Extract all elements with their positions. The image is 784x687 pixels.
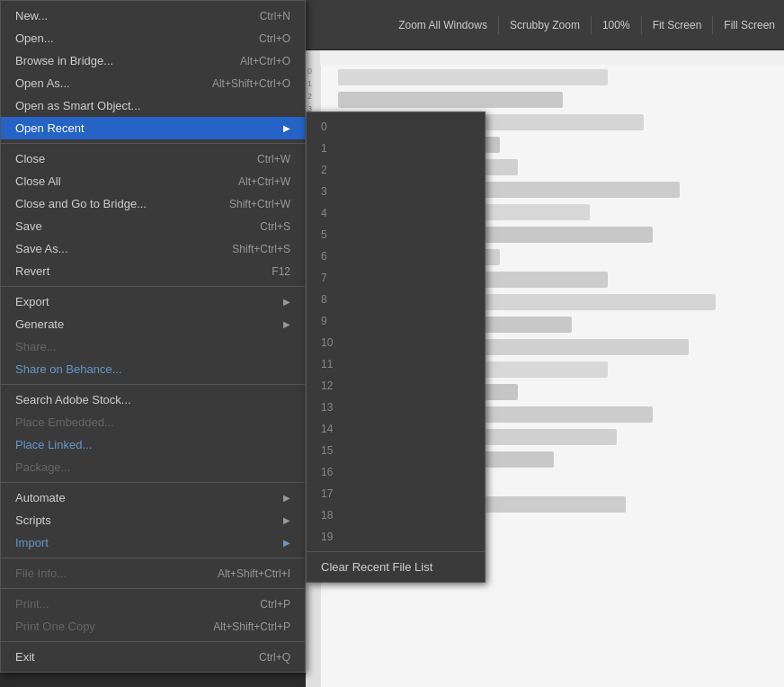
recent-item-12[interactable]: 12 (307, 375, 485, 397)
menu-item-open-smart-object[interactable]: Open as Smart Object... (1, 94, 305, 117)
menu-item-place-linked[interactable]: Place Linked... (1, 433, 305, 456)
menu-item-revert[interactable]: Revert F12 (1, 260, 305, 282)
menu-item-share[interactable]: Share... (1, 335, 305, 358)
recent-item-9[interactable]: 9 (307, 310, 485, 332)
automate-arrow-icon: ▶ (283, 493, 290, 503)
menu-separator-7 (1, 641, 305, 642)
open-recent-submenu: 0 1 2 3 4 5 6 7 (306, 112, 486, 583)
fill-screen-button[interactable]: Fill Screen (715, 15, 784, 35)
menu-item-scripts[interactable]: Scripts ▶ (1, 509, 305, 531)
menu-item-open-as[interactable]: Open As... Alt+Shift+Ctrl+O (1, 72, 305, 94)
open-recent-submenu-panel: 0 1 2 3 4 5 6 7 (306, 112, 486, 583)
open-recent-arrow-icon: ▶ (283, 123, 290, 133)
menu-item-print-one-copy[interactable]: Print One Copy Alt+Shift+Ctrl+P (1, 615, 305, 638)
recent-item-3[interactable]: 3 (307, 181, 485, 202)
export-arrow-icon: ▶ (283, 297, 290, 307)
fit-screen-button[interactable]: Fit Screen (644, 15, 711, 35)
recent-item-19[interactable]: 19 (307, 526, 485, 548)
recent-item-8[interactable]: 8 (307, 289, 485, 310)
generate-arrow-icon: ▶ (283, 319, 290, 329)
recent-item-13[interactable]: 13 (307, 397, 485, 418)
menu-item-file-info[interactable]: File Info... Alt+Shift+Ctrl+I (1, 562, 305, 584)
recent-item-17[interactable]: 17 (307, 483, 485, 504)
menu-separator-5 (1, 558, 305, 558)
zoom-all-windows-button[interactable]: Zoom All Windows (389, 15, 496, 35)
menu-item-automate[interactable]: Automate ▶ (1, 486, 305, 509)
menu-item-close-all[interactable]: Close All Alt+Ctrl+W (1, 170, 305, 192)
menu-item-share-behance[interactable]: Share on Behance... (1, 358, 305, 380)
menu-separator-1 (1, 143, 305, 144)
menu-item-open-recent[interactable]: Open Recent ▶ (1, 117, 305, 139)
menu-item-print[interactable]: Print... Ctrl+P (1, 593, 305, 615)
menu-item-place-embedded[interactable]: Place Embedded... (1, 411, 305, 433)
submenu-separator (307, 551, 485, 552)
recent-item-14[interactable]: 14 (307, 418, 485, 440)
import-arrow-icon: ▶ (283, 538, 290, 548)
scrubby-zoom-button[interactable]: Scrubby Zoom (501, 15, 589, 35)
recent-item-5[interactable]: 5 (307, 224, 485, 245)
ruler-1: 1 (307, 77, 321, 90)
menu-item-export[interactable]: Export ▶ (1, 290, 305, 313)
recent-item-4[interactable]: 4 (307, 202, 485, 224)
menu-item-save[interactable]: Save Ctrl+S (1, 215, 305, 237)
menu-item-search-stock[interactable]: Search Adobe Stock... (1, 388, 305, 411)
img-block-2 (338, 92, 563, 108)
recent-item-2[interactable]: 2 (307, 159, 485, 181)
recent-item-0[interactable]: 0 (307, 116, 485, 138)
recent-item-15[interactable]: 15 (307, 440, 485, 461)
menu-item-open[interactable]: Open... Ctrl+O (1, 27, 305, 49)
ruler-0: 0 (307, 65, 321, 77)
toolbar-separator-3 (641, 16, 642, 34)
menu-separator-6 (1, 588, 305, 589)
menu-item-close[interactable]: Close Ctrl+W (1, 147, 305, 170)
recent-item-16[interactable]: 16 (307, 461, 485, 483)
file-menu-container: New... Ctrl+N Open... Ctrl+O Browse in B… (0, 0, 306, 673)
clear-recent-button[interactable]: Clear Recent File List (307, 556, 485, 578)
menu-item-package[interactable]: Package... (1, 456, 305, 478)
toolbar-separator-4 (712, 16, 713, 34)
menu-item-close-bridge[interactable]: Close and Go to Bridge... Shift+Ctrl+W (1, 192, 305, 215)
menu-separator-2 (1, 286, 305, 287)
scripts-arrow-icon: ▶ (283, 515, 290, 525)
menu-item-exit[interactable]: Exit Ctrl+Q (1, 646, 305, 668)
toolbar-separator-2 (591, 16, 592, 34)
menu-item-new[interactable]: New... Ctrl+N (1, 4, 305, 27)
recent-item-6[interactable]: 6 (307, 245, 485, 267)
menu-item-save-as[interactable]: Save As... Shift+Ctrl+S (1, 237, 305, 260)
menu-separator-4 (1, 482, 305, 483)
zoom-level-button[interactable]: 100% (593, 15, 639, 35)
recent-item-7[interactable]: 7 (307, 267, 485, 289)
menu-item-import[interactable]: Import ▶ (1, 531, 305, 554)
recent-item-10[interactable]: 10 (307, 332, 485, 353)
file-menu-panel: New... Ctrl+N Open... Ctrl+O Browse in B… (0, 0, 306, 673)
menu-item-generate[interactable]: Generate ▶ (1, 313, 305, 335)
recent-item-18[interactable]: 18 (307, 504, 485, 526)
recent-item-1[interactable]: 1 (307, 138, 485, 159)
img-block-1 (338, 69, 608, 85)
ruler-2: 2 (307, 90, 321, 103)
toolbar-separator-1 (498, 16, 499, 34)
recent-item-11[interactable]: 11 (307, 353, 485, 375)
menu-item-browse-bridge[interactable]: Browse in Bridge... Alt+Ctrl+O (1, 49, 305, 72)
menu-separator-3 (1, 384, 305, 385)
